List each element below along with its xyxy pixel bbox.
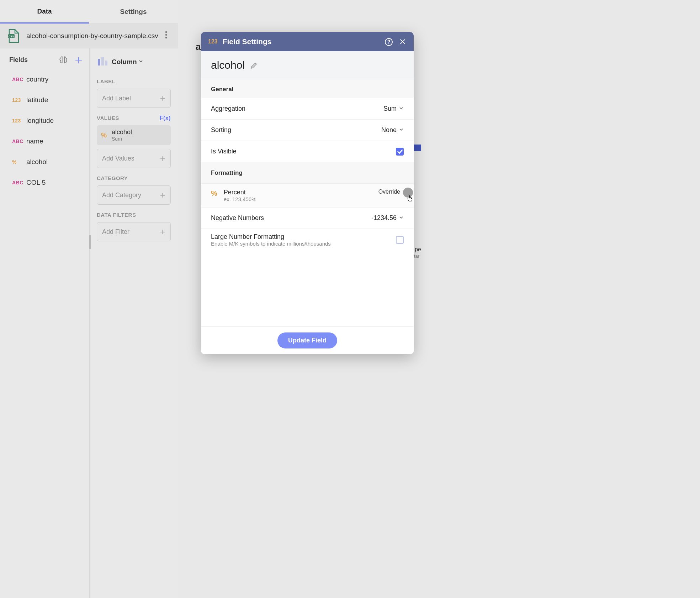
- left-panel: Data Settings CSV alcohol-consumption-by…: [0, 0, 178, 598]
- format-title: Percent: [224, 189, 378, 196]
- chart-type-selector[interactable]: Column: [97, 55, 171, 74]
- plus-icon: +: [160, 190, 165, 201]
- brain-icon[interactable]: [59, 56, 67, 64]
- update-field-button[interactable]: Update Field: [277, 332, 337, 348]
- type-badge-abc: ABC: [12, 180, 26, 185]
- fields-header: Fields: [0, 56, 89, 69]
- field-item-col5[interactable]: ABC COL 5: [0, 172, 89, 193]
- row-sorting[interactable]: Sorting None: [201, 119, 414, 141]
- type-badge-abc: ABC: [12, 77, 26, 82]
- field-item-name[interactable]: ABC name: [0, 131, 89, 152]
- row-large-number-formatting[interactable]: Large Number Formatting Enable M/K symbo…: [201, 229, 414, 251]
- plus-icon: +: [160, 93, 165, 104]
- field-item-longitude[interactable]: 123 longitude: [0, 110, 89, 131]
- type-badge-123: 123: [12, 118, 26, 124]
- config-column: Column LABEL Add Label + VALUES F(x) % a…: [90, 48, 178, 598]
- values-dropzone[interactable]: Add Values +: [97, 149, 171, 168]
- field-label: longitude: [26, 117, 54, 125]
- section-general: General: [201, 79, 414, 98]
- row-value: -1234.56: [371, 214, 404, 222]
- type-badge-percent: %: [12, 159, 26, 165]
- chevron-down-icon: [399, 214, 404, 222]
- override-label: Override: [378, 189, 400, 195]
- filters-dropzone[interactable]: Add Filter +: [97, 222, 171, 241]
- svg-text:CSV: CSV: [9, 35, 14, 38]
- svg-rect-7: [105, 61, 107, 65]
- row-label: Large Number Formatting: [211, 233, 396, 241]
- row-label: Is Visible: [211, 148, 396, 155]
- fx-button[interactable]: F(x): [160, 115, 171, 121]
- scrollbar-thumb[interactable]: [89, 235, 91, 249]
- checkbox-unchecked[interactable]: [396, 236, 404, 244]
- tab-data[interactable]: Data: [0, 0, 89, 23]
- value-agg: Sum: [112, 136, 132, 142]
- percent-icon: %: [101, 132, 107, 139]
- field-item-latitude[interactable]: 123 latitude: [0, 90, 89, 110]
- category-dropzone[interactable]: Add Category +: [97, 185, 171, 205]
- row-negative-numbers[interactable]: Negative Numbers -1234.56: [201, 207, 414, 229]
- type-badge-123: 123: [12, 97, 26, 103]
- checkbox-checked[interactable]: [396, 148, 404, 156]
- format-example: ex. 123,456%: [224, 196, 378, 202]
- panel-body: Fields ABC country 123 latitude 123: [0, 48, 178, 598]
- field-name-row: alcohol: [201, 51, 414, 79]
- plus-icon: +: [160, 226, 165, 237]
- row-aggregation[interactable]: Aggregation Sum: [201, 98, 414, 119]
- section-formatting: Formatting: [201, 162, 414, 183]
- placeholder-text: Add Category: [102, 192, 141, 199]
- field-settings-dialog: 123 Field Settings alcohol General Aggre…: [201, 32, 414, 354]
- section-label-category: CATEGORY: [97, 175, 171, 181]
- chevron-down-icon: [138, 59, 143, 65]
- value-name: alcohol: [112, 129, 132, 136]
- field-label: country: [26, 75, 48, 83]
- percent-icon: %: [211, 189, 217, 198]
- svg-point-9: [388, 43, 389, 44]
- type-badge-abc: ABC: [12, 138, 26, 144]
- add-field-icon[interactable]: [74, 56, 82, 64]
- chevron-down-icon: [399, 105, 404, 112]
- dialog-footer: Update Field: [201, 326, 414, 354]
- svg-point-2: [165, 31, 167, 33]
- row-is-visible[interactable]: Is Visible: [201, 141, 414, 162]
- background-title-fragment: a: [196, 41, 201, 52]
- row-label: Aggregation: [211, 105, 383, 112]
- edit-icon[interactable]: [250, 61, 258, 69]
- svg-point-3: [165, 34, 167, 36]
- row-value: None: [381, 126, 404, 134]
- fields-title: Fields: [9, 56, 59, 64]
- placeholder-text: Add Filter: [102, 228, 129, 236]
- tabs: Data Settings: [0, 0, 178, 23]
- label-dropzone[interactable]: Add Label +: [97, 89, 171, 108]
- svg-point-4: [165, 37, 167, 38]
- close-icon[interactable]: [399, 38, 407, 46]
- svg-rect-6: [101, 57, 104, 65]
- fields-column: Fields ABC country 123 latitude 123: [0, 48, 90, 598]
- field-item-alcohol[interactable]: % alcohol: [0, 152, 89, 172]
- svg-rect-5: [98, 59, 100, 65]
- row-label: Negative Numbers: [211, 214, 371, 222]
- tab-settings[interactable]: Settings: [89, 0, 178, 23]
- column-chart-icon: [97, 57, 108, 67]
- value-chip-alcohol[interactable]: % alcohol Sum: [97, 125, 171, 145]
- file-menu-icon[interactable]: [161, 31, 171, 41]
- row-sublabel: Enable M/K symbols to indicate millions/…: [211, 241, 396, 247]
- section-label-values: VALUES F(x): [97, 115, 171, 121]
- section-label-label: LABEL: [97, 78, 171, 84]
- field-label: latitude: [26, 96, 48, 104]
- help-icon[interactable]: [385, 38, 392, 46]
- dialog-title: Field Settings: [223, 37, 378, 46]
- field-item-country[interactable]: ABC country: [0, 69, 89, 90]
- dialog-body: General Aggregation Sum Sorting None Is …: [201, 79, 414, 326]
- row-percent-format[interactable]: % Percent ex. 123,456% Override: [201, 183, 414, 207]
- chevron-down-icon: [399, 126, 404, 134]
- placeholder-text: Add Label: [102, 95, 131, 102]
- field-label: alcohol: [26, 158, 48, 166]
- background-peek: pe tar: [414, 0, 425, 598]
- csv-file-icon: CSV: [7, 29, 20, 43]
- dialog-header: 123 Field Settings: [201, 32, 414, 51]
- placeholder-text: Add Values: [102, 155, 134, 162]
- file-row: CSV alcohol-consumption-by-country-sampl…: [0, 23, 178, 48]
- section-label-filters: DATA FILTERS: [97, 212, 171, 218]
- plus-icon: +: [160, 153, 165, 164]
- type-badge-123: 123: [208, 38, 218, 45]
